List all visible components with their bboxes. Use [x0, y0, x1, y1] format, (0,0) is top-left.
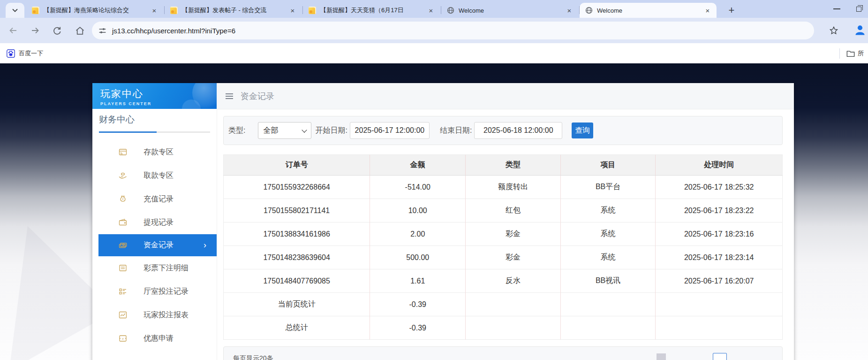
cash-notes-icon [118, 241, 128, 250]
sidebar-item-lottery-bet-details[interactable]: 彩票下注明细 [98, 256, 217, 280]
cell-type: 反水 [466, 269, 561, 293]
home-button[interactable] [74, 25, 85, 36]
site-settings-icon[interactable] [98, 27, 106, 35]
tab-search-button[interactable] [6, 3, 24, 18]
bookmark-star-button[interactable] [828, 25, 839, 36]
tab-close-icon[interactable]: × [427, 6, 435, 15]
sidebar-item-hall-bet-records[interactable]: 厅室投注记录 [98, 280, 217, 303]
browser-tabstrip: 【新提醒】海燕策略论坛综合交 × 【新提醒】发表帖子 - 综合交流 × 【新提醒… [0, 0, 868, 18]
restore-icon[interactable] [856, 7, 861, 12]
pagination-page-button[interactable] [713, 353, 727, 360]
cell-order-no: 1750138834161986 [224, 222, 370, 246]
table-header-row: 订单号 金额 类型 项目 处理时间 [224, 155, 783, 176]
main-content: 资金记录 类型: 全部 开始日期: 2025-06-17 12:00:00 结束… [217, 83, 794, 360]
reload-icon [53, 26, 62, 35]
sidebar-item-label: 提现记录 [143, 218, 174, 228]
sidebar-item-withdraw[interactable]: 取款专区 [98, 164, 217, 187]
cell-project: BB平台 [560, 176, 656, 199]
tab-close-icon[interactable]: × [288, 6, 297, 15]
cell-time: 2025-06-17 18:23:22 [656, 199, 783, 222]
person-icon [853, 23, 867, 37]
table-row: 1750148407769085 1.61 反水 BB视讯 2025-06-17… [224, 269, 783, 293]
profile-avatar[interactable] [853, 23, 867, 37]
all-bookmarks-button[interactable]: 所 [846, 49, 868, 58]
main-header: 资金记录 [217, 83, 794, 109]
tab-title: 【新提醒】天天竞猜（6月17日 [320, 6, 427, 15]
tab-title: 【新提醒】发表帖子 - 综合交流 [182, 6, 288, 15]
cell-summary-label: 当前页统计 [224, 293, 370, 316]
browser-tab-3[interactable]: 【新提醒】天天竞猜（6月17日 × [303, 3, 440, 18]
browser-tab-1[interactable]: 【新提醒】海燕策略论坛综合交 × [26, 3, 163, 18]
cell-type: 彩金 [466, 222, 561, 246]
search-button[interactable]: 查询 [572, 123, 593, 138]
start-date-label: 开始日期: [315, 126, 347, 136]
finance-section-title: 财务中心 [99, 114, 210, 126]
sidebar-menu: 存款专区 取款专区 ¥ 充值记录 提现记录 资金记录 › [92, 140, 217, 350]
table-row: 1750138834161986 2.00 彩金 系统 2025-06-17 1… [224, 222, 783, 246]
tab-close-icon[interactable]: × [150, 6, 159, 15]
tab-close-icon[interactable]: × [565, 6, 574, 15]
start-date-input[interactable]: 2025-06-17 12:00:00 [350, 122, 430, 139]
cell-project: BB视讯 [560, 269, 656, 293]
sidebar-item-label: 充值记录 [143, 194, 174, 204]
svg-text:¥: ¥ [122, 198, 124, 200]
table-row: 1750155932268664 -514.00 额度转出 BB平台 2025-… [224, 176, 783, 199]
sidebar-item-recharge-records[interactable]: ¥ 充值记录 [98, 187, 217, 211]
deposit-card-icon [118, 147, 128, 157]
brand-title: 玩家中心 [100, 87, 217, 100]
cell-order-no: 1750155932268664 [224, 176, 370, 199]
cell-time: 2025-06-17 16:20:07 [656, 269, 783, 293]
url-text[interactable]: js13.cc/hhcp/usercenter.html?iniType=6 [112, 27, 235, 35]
cell-empty [466, 316, 561, 340]
sidebar-item-label: 厅室投注记录 [143, 287, 189, 297]
type-select-value: 全部 [263, 126, 278, 136]
sidebar-item-deposit[interactable]: 存款专区 [98, 140, 217, 164]
tab-close-icon[interactable]: × [703, 6, 712, 15]
sidebar-item-fund-records-active[interactable]: 资金记录 › [98, 234, 217, 256]
cell-type: 彩金 [466, 246, 561, 269]
browser-tab-5-active[interactable]: Welcome × [580, 3, 717, 18]
forward-button[interactable] [30, 25, 41, 36]
back-button[interactable] [8, 25, 19, 36]
pagination-size-button[interactable] [657, 353, 666, 360]
column-header-type: 类型 [466, 155, 561, 176]
browser-tab-4[interactable]: Welcome × [441, 3, 578, 18]
hamburger-menu-icon[interactable] [226, 93, 233, 94]
reload-button[interactable] [52, 25, 63, 36]
cell-empty [656, 293, 783, 316]
bookmarks-overflow-area: 所 [839, 43, 868, 63]
all-bookmarks-label: 所 [858, 49, 864, 58]
table-summary-row-total: 总统计 -0.39 [224, 316, 783, 340]
sidebar-item-player-bet-report[interactable]: 玩家投注报表 [98, 303, 217, 327]
bookmark-baidu[interactable]: 百度一下 [7, 49, 43, 58]
sidebar-item-label: 玩家投注报表 [143, 310, 189, 320]
table-summary-row-page: 当前页统计 -0.39 [224, 293, 783, 316]
sidebar-item-withdrawal-records[interactable]: 提现记录 [98, 211, 217, 234]
sidebar-item-promo-application[interactable]: ¥ 优惠申请 [98, 327, 217, 350]
coupon-icon: ¥ [118, 334, 128, 343]
bookmarks-divider [839, 48, 840, 59]
cell-order-no: 1750155802171141 [224, 199, 370, 222]
url-bar[interactable]: js13.cc/hhcp/usercenter.html?iniType=6 [92, 22, 814, 39]
cell-type: 红包 [466, 199, 561, 222]
sidebar-item-label: 优惠申请 [143, 334, 174, 344]
cell-empty [466, 293, 561, 316]
browser-tab-2[interactable]: 【新提醒】发表帖子 - 综合交流 × [165, 3, 302, 18]
cell-amount: -514.00 [370, 176, 466, 199]
forum-favicon-icon [170, 7, 178, 14]
web-page: 玩家中心 PLAYERS CENTER 财务中心 存款专区 取款专区 ¥ 充值记… [0, 63, 868, 360]
end-date-input[interactable]: 2025-06-18 12:00:00 [474, 122, 562, 139]
star-icon [829, 26, 838, 35]
per-page-label: 每页显示20条 [233, 354, 273, 360]
cell-empty [560, 316, 656, 340]
tab-title: Welcome [459, 7, 565, 14]
new-tab-button[interactable]: + [725, 3, 739, 17]
type-select[interactable]: 全部 [258, 122, 311, 139]
cell-time: 2025-06-17 18:23:14 [656, 246, 783, 269]
minimize-icon[interactable] [833, 8, 840, 9]
withdraw-hand-icon [118, 171, 128, 180]
page-title: 资金记录 [241, 91, 274, 102]
cell-amount: 2.00 [370, 222, 466, 246]
forward-arrow-icon [30, 26, 40, 35]
bookmarks-bar: 百度一下 所 [0, 43, 868, 63]
